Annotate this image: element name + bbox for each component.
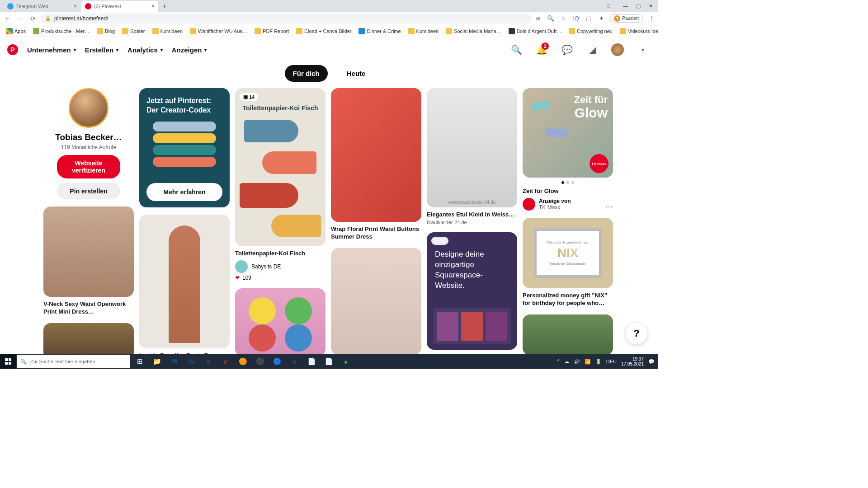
bookmark-item[interactable]: PDF Report	[252, 27, 292, 36]
onedrive-icon[interactable]: ☁	[564, 359, 569, 365]
obs-icon[interactable]: ⚫	[252, 354, 268, 369]
folder-icon	[255, 28, 261, 34]
nav-anzeigen[interactable]: Anzeigen▾	[172, 46, 207, 54]
telegram-icon	[7, 3, 14, 9]
close-icon[interactable]: ×	[151, 3, 155, 9]
bookmark-item[interactable]: Cload + Canva Bilder	[293, 27, 354, 36]
bookmark-item[interactable]: Social Media Mana…	[443, 27, 504, 36]
pin-card[interactable]: Wie du es dir gewünscht hast NIX Herzlic…	[523, 218, 613, 307]
pin-card[interactable]: Lost in Paradise Rusty Rose Maxi	[139, 215, 230, 367]
more-icon[interactable]: ⋯	[605, 202, 613, 211]
reload-icon[interactable]: ⟳	[28, 14, 38, 23]
tab-pinterest[interactable]: (2) Pinterest ×	[81, 1, 158, 12]
excel-icon[interactable]: X	[200, 354, 217, 369]
zoom-icon[interactable]: 🔍	[547, 14, 555, 23]
pin-card[interactable]: 0:06 Designe deine einzigartige Squaresp…	[427, 232, 517, 350]
notifications-icon[interactable]: 🔔2	[533, 42, 550, 58]
task-view-icon[interactable]: ⊞	[132, 354, 148, 369]
bookmark-item[interactable]: Produktsuche - Mer…	[30, 27, 92, 36]
word-icon[interactable]: W	[183, 354, 199, 369]
new-tab-button[interactable]: +	[159, 1, 170, 12]
creator-codex-card[interactable]: Jetzt auf Pinterest: Der Creator-Codex M…	[139, 88, 230, 207]
pin-card[interactable]: www.brautkleider-24.de Elegantes Etui Kl…	[427, 88, 517, 225]
messages-icon[interactable]: 💬	[559, 42, 575, 58]
carousel-dots	[523, 181, 613, 184]
bookmark-item[interactable]: Kursideen	[150, 27, 186, 36]
taskbar-clock[interactable]: 19:37 17.05.2021	[621, 357, 644, 366]
pin-image: ▣14 Toilettenpapier-Koi Fisch	[235, 88, 326, 246]
profile-stat: 119 Monatliche Aufrufe	[43, 144, 134, 150]
taskbar-search[interactable]: 🔍 Zur Suche Text hier eingeben	[17, 355, 130, 368]
tab-heute[interactable]: Heute	[339, 65, 374, 82]
language-indicator[interactable]: DEU	[606, 359, 617, 364]
notepad-icon[interactable]: 📄	[321, 354, 337, 369]
extension-icon[interactable]: IQ	[572, 14, 580, 23]
bookmark-item[interactable]: Blog	[94, 27, 118, 36]
pin-card[interactable]	[43, 323, 134, 359]
bookmark-item[interactable]: Wahlfächer WU Aus…	[187, 27, 250, 36]
notepad-icon[interactable]: 📄	[303, 354, 320, 369]
tab-telegram[interactable]: Telegram Web ×	[4, 1, 80, 12]
search-icon[interactable]: 🔍	[508, 42, 524, 58]
nav-erstellen[interactable]: Erstellen▾	[85, 46, 118, 54]
account-menu-icon[interactable]: ▾	[635, 42, 651, 58]
url-input[interactable]: 🔒 pinterest.at/homefeed/	[41, 14, 531, 23]
updates-icon[interactable]: ◢	[584, 42, 600, 58]
profile-avatar[interactable]	[609, 42, 626, 58]
help-button[interactable]: ?	[626, 323, 647, 344]
nav-analytics[interactable]: Analytics▾	[127, 46, 163, 54]
pin-card[interactable]: Zeit für Glow TK·maxx Zeit für Glow Anze…	[523, 88, 613, 211]
bookmark-item[interactable]: Copywriting neu	[566, 27, 615, 36]
create-pin-button[interactable]: Pin erstellen	[57, 183, 120, 199]
pinterest-logo-icon[interactable]: P	[7, 44, 18, 55]
learn-more-button[interactable]: Mehr erfahren	[146, 183, 222, 201]
explorer-icon[interactable]: 📁	[149, 354, 165, 369]
notifications-icon[interactable]: 💬	[648, 359, 655, 365]
pin-card[interactable]: V-Neck Sexy Waist Openwork Print Mini Dr…	[43, 206, 134, 316]
bookmark-item[interactable]: Videokurs Ideen	[617, 27, 658, 36]
powerpoint-icon[interactable]: P	[217, 354, 234, 369]
menu-icon[interactable]: ⋮	[647, 14, 656, 23]
tab-fuer-dich[interactable]: Für dich	[285, 65, 328, 82]
close-icon[interactable]: ×	[74, 3, 77, 9]
ad-label: Anzeige von	[539, 198, 571, 204]
volume-icon[interactable]: 🔊	[574, 359, 580, 365]
feed-grid: Tobias Becker… 119 Monatliche Aufrufe We…	[0, 88, 658, 364]
pin-author[interactable]: Babysits DE	[235, 260, 326, 273]
start-button[interactable]	[0, 354, 16, 369]
profile-indicator-icon[interactable]	[607, 4, 610, 8]
extensions-icon[interactable]: ✦	[597, 14, 605, 23]
profile-chip[interactable]: T Pausiert	[610, 14, 643, 23]
nav-unternehmen[interactable]: Unternehmen▾	[27, 46, 76, 54]
bookmark-item[interactable]: Dinner & Crime	[356, 27, 403, 36]
profile-avatar-large[interactable]	[69, 88, 108, 128]
pin-card[interactable]: Wrap Floral Print Waist Buttons Summer D…	[331, 88, 421, 241]
back-icon[interactable]: ←	[3, 14, 13, 23]
mail-icon[interactable]: ✉	[166, 354, 182, 369]
star-icon[interactable]: ☆	[559, 14, 567, 23]
bookmark-item[interactable]: Kursideen	[406, 27, 442, 36]
spotify-icon[interactable]: ●	[338, 354, 354, 369]
minimize-icon[interactable]: —	[623, 3, 628, 9]
tray-expand-icon[interactable]: ˄	[557, 359, 560, 365]
verify-website-button[interactable]: Webseite verifizieren	[57, 155, 120, 178]
bookmark-item[interactable]: Später	[119, 27, 147, 36]
close-window-icon[interactable]: ✕	[649, 3, 653, 9]
pin-card[interactable]: ▣14 Toilettenpapier-Koi Fisch Toilettenp…	[235, 88, 326, 281]
chrome-icon[interactable]: 🔵	[269, 354, 285, 369]
codex-title: Jetzt auf Pinterest: Der Creator-Codex	[146, 96, 222, 115]
bookmark-item[interactable]: Bois d'Argent Duft…	[506, 27, 564, 36]
author-name: Babysits DE	[251, 263, 281, 270]
apps-bookmark[interactable]: Apps	[4, 27, 28, 36]
wifi-icon[interactable]: 📶	[585, 359, 591, 365]
extension-icon[interactable]: ⬚	[585, 14, 593, 23]
edge-icon[interactable]: e	[286, 354, 302, 369]
pin-card[interactable]	[523, 314, 613, 355]
pin-card[interactable]	[235, 288, 326, 356]
install-icon[interactable]: ⊕	[534, 14, 542, 23]
app-icon[interactable]: 🟠	[235, 354, 251, 369]
pin-card[interactable]	[331, 248, 421, 355]
maximize-icon[interactable]: ▢	[636, 3, 641, 9]
folder-icon	[620, 28, 626, 34]
battery-icon[interactable]: 🔋	[595, 359, 602, 365]
